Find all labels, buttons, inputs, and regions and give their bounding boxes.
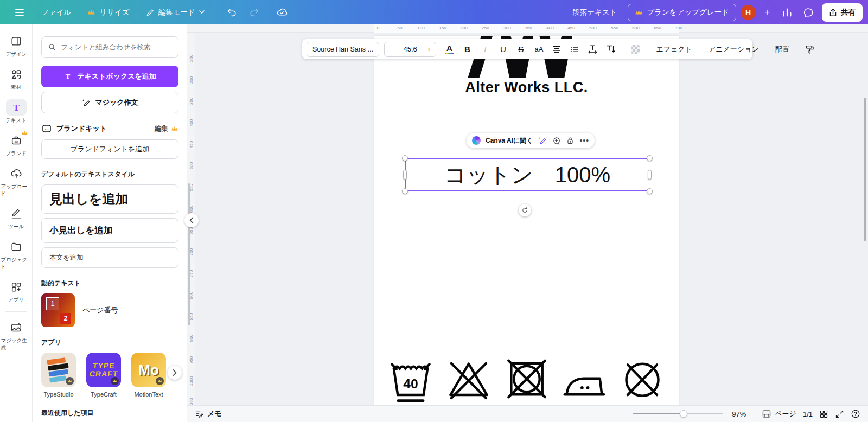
lock-icon (566, 136, 575, 145)
effects-button[interactable]: エフェクト (652, 44, 696, 54)
crown-badge-icon (21, 130, 28, 136)
font-size-decrease[interactable]: − (385, 45, 399, 53)
notes-button[interactable]: メモ (195, 409, 222, 419)
upgrade-plan-button[interactable]: プランをアップグレード (628, 4, 736, 21)
comments-button[interactable] (800, 4, 818, 21)
do-not-dry-clean-icon (620, 355, 665, 405)
more-options-button[interactable]: ••• (579, 136, 589, 145)
add-textbox-button[interactable]: T テキストボックスを追加 (41, 66, 178, 87)
ask-canva-ai-button[interactable]: Canva AIに聞く (486, 136, 533, 145)
rotate-icon (521, 207, 528, 214)
animation-button[interactable]: アニメーション (705, 44, 763, 54)
selected-text-box[interactable]: コットン 100% (405, 158, 649, 191)
do-not-bleach-icon (446, 355, 491, 405)
add-brand-font-button[interactable]: ブランドフォントを追加 (41, 139, 178, 159)
resize-menu[interactable]: リサイズ (82, 4, 135, 21)
transparency-button[interactable] (627, 41, 643, 57)
design-icon (10, 35, 22, 47)
selected-text[interactable]: コットン 100% (406, 159, 649, 190)
undo-button[interactable] (223, 4, 240, 21)
add-heading-button[interactable]: 見出しを追加 (41, 184, 178, 214)
dynamic-text-label: 動的テキスト (41, 279, 178, 288)
magic-write-button[interactable]: マジック作文 (41, 92, 178, 113)
grid-view-button[interactable] (819, 410, 828, 419)
sidebar-item-elements[interactable]: 素材 (1, 64, 31, 93)
help-button[interactable] (851, 409, 860, 419)
bold-button[interactable]: B (459, 41, 475, 57)
company-name-text[interactable]: Alter Works LLC. (374, 79, 679, 96)
rotate-handle[interactable] (519, 204, 531, 216)
document-title[interactable]: 段落テキスト (566, 4, 623, 21)
resize-handle-left[interactable] (403, 170, 407, 180)
fullscreen-button[interactable] (835, 410, 844, 419)
page-divider-line[interactable] (374, 338, 679, 338)
share-button[interactable]: 共有 (822, 3, 863, 22)
font-search-box[interactable] (41, 36, 178, 58)
zoom-slider-thumb[interactable] (680, 410, 687, 418)
avatar[interactable]: H (741, 5, 756, 20)
font-size-increase[interactable]: + (422, 45, 436, 53)
insights-button[interactable] (778, 4, 796, 21)
sidebar-item-magic-media[interactable]: マジック生成 (1, 317, 31, 354)
edit-mode-menu[interactable]: 編集モード (141, 4, 210, 21)
page-count[interactable]: 1/1 (803, 410, 813, 418)
workspace-scrollbar[interactable] (864, 98, 866, 241)
resize-handle-right[interactable] (648, 170, 652, 180)
lock-button[interactable] (566, 136, 575, 145)
apps-row: TypeStudio TYPE CRAFT TypeCraft Mo Motio… (41, 353, 178, 398)
font-family-selector[interactable]: Source Han Sans ... (307, 42, 379, 57)
care-symbols-row[interactable]: 40 (388, 355, 665, 405)
crown-icon (171, 126, 178, 132)
panel-collapse-button[interactable] (184, 213, 199, 227)
undo-icon (226, 7, 237, 18)
magic-edit-button[interactable] (538, 136, 547, 145)
zoom-slider[interactable] (633, 410, 723, 418)
app-motiontext[interactable]: Mo MotionText (131, 353, 166, 398)
app-typestudio[interactable]: TypeStudio (41, 353, 76, 398)
sidebar-item-uploads[interactable]: アップロード (1, 163, 31, 200)
position-button[interactable]: 配置 (771, 44, 793, 54)
sidebar-item-brand[interactable]: co ブランド (1, 130, 31, 159)
resize-handle-bottom-left[interactable] (402, 188, 408, 194)
zoom-percentage[interactable]: 97% (730, 410, 748, 418)
text-color-button[interactable]: A (441, 41, 457, 57)
underline-button[interactable]: U (495, 41, 511, 57)
letter-spacing-button[interactable] (584, 41, 601, 57)
main-menu-button[interactable] (9, 3, 30, 22)
pro-crown-badge (66, 377, 74, 385)
saved-status-button[interactable] (273, 3, 291, 21)
search-input[interactable] (61, 43, 171, 51)
italic-button[interactable]: I (477, 41, 493, 57)
text-align-button[interactable] (548, 41, 565, 57)
resize-handle-top-left[interactable] (402, 155, 408, 161)
app-typecraft[interactable]: TYPE CRAFT TypeCraft (86, 353, 121, 398)
page-number-item[interactable]: 1 2 ページ番号 (41, 293, 178, 327)
file-menu[interactable]: ファイル (36, 4, 76, 21)
apps-next-button[interactable] (168, 366, 182, 380)
list-button[interactable] (566, 41, 583, 57)
sidebar-item-design[interactable]: デザイン (1, 31, 31, 60)
sidebar-item-apps[interactable]: アプリ (1, 277, 31, 306)
comment-add-button[interactable] (552, 136, 561, 145)
sidebar-item-projects[interactable]: プロジェクト (1, 236, 31, 273)
add-member-button[interactable]: + (760, 5, 774, 20)
comment-plus-icon (552, 136, 561, 145)
text-format-toolbar: Source Han Sans ... − 45.6 + A B I U S a… (302, 39, 752, 59)
resize-handle-bottom-right[interactable] (647, 188, 653, 194)
copy-style-button[interactable] (802, 41, 818, 57)
brand-kit-edit-link[interactable]: 編集 (155, 124, 178, 133)
sidebar-item-tools[interactable]: ツール (1, 203, 31, 233)
pencil-icon (146, 8, 155, 17)
strikethrough-button[interactable]: S (513, 41, 529, 57)
text-case-button[interactable]: aA (531, 41, 547, 57)
redo-button[interactable] (246, 4, 263, 21)
design-page[interactable]: Alter Works LLC. 40 (374, 36, 679, 405)
vertical-text-button[interactable] (602, 41, 618, 57)
font-size-value[interactable]: 45.6 (398, 45, 422, 53)
pages-button[interactable]: ページ (762, 409, 796, 419)
resize-handle-top-right[interactable] (647, 155, 653, 161)
sidebar-item-text[interactable]: T テキスト (1, 97, 31, 126)
panel-scrollbar[interactable] (188, 183, 190, 325)
add-body-text-button[interactable]: 本文を追加 (41, 247, 178, 268)
add-subheading-button[interactable]: 小見出しを追加 (41, 218, 178, 243)
